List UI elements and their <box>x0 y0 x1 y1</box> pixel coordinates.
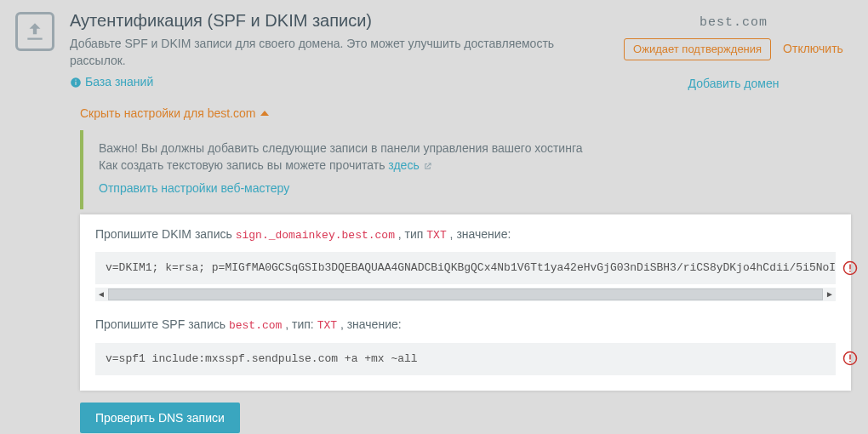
dkim-value[interactable]: v=DKIM1; k=rsa; p=MIGfMA0GCSqGSIb3DQEBAQ… <box>95 252 836 284</box>
disable-link[interactable]: Отключить <box>783 41 843 58</box>
kb-link-label: База знаний <box>85 74 153 91</box>
scroll-right-icon[interactable]: ► <box>824 288 836 300</box>
svg-rect-1 <box>75 82 76 85</box>
page-title: Аутентификация (SPF и DKIM записи) <box>70 9 599 32</box>
external-link-icon <box>423 162 432 171</box>
dkim-record-name: sign._domainkey.best.com <box>236 229 395 242</box>
notice-here-link[interactable]: здесь <box>388 158 419 172</box>
spf-record-type: TXT <box>317 319 337 332</box>
records-card: Пропишите DKIM запись sign._domainkey.be… <box>80 214 851 391</box>
toggle-settings-link[interactable]: Скрыть настройки для best.com <box>80 106 255 123</box>
warning-icon <box>842 351 858 366</box>
svg-rect-5 <box>849 271 851 272</box>
upload-icon <box>15 12 54 51</box>
scroll-left-icon[interactable]: ◄ <box>95 288 107 300</box>
check-dns-button[interactable]: Проверить DNS записи <box>80 403 240 433</box>
dkim-label-prefix: Пропишите DKIM запись <box>95 227 236 241</box>
dkim-label-suffix: , значение: <box>450 227 511 241</box>
spf-value[interactable]: v=spf1 include:mxsspf.sendpulse.com +a +… <box>95 343 836 375</box>
dkim-label-mid: , тип <box>398 227 426 241</box>
spf-record-name: best.com <box>229 319 282 332</box>
page-subtitle: Добавьте SPF и DKIM записи для своего до… <box>70 36 599 69</box>
notice-line1: Важно! Вы должны добавить следующие запи… <box>99 140 836 157</box>
domain-name: best.com <box>614 14 853 31</box>
chevron-up-icon <box>260 111 269 116</box>
svg-rect-8 <box>849 361 851 363</box>
spf-label-prefix: Пропишите SPF запись <box>95 317 229 331</box>
kb-link[interactable]: База знаний <box>70 74 153 91</box>
svg-rect-4 <box>849 264 851 269</box>
notice-line2-prefix: Как создать текстовую запись вы можете п… <box>99 158 388 172</box>
warning-icon <box>842 260 858 276</box>
notice-block: Важно! Вы должны добавить следующие запи… <box>80 130 851 209</box>
scroll-track[interactable] <box>108 288 823 300</box>
add-domain-link[interactable]: Добавить домен <box>688 77 779 90</box>
toggle-settings-label: Скрыть настройки для best.com <box>80 106 255 120</box>
svg-rect-7 <box>849 355 851 360</box>
svg-rect-2 <box>75 79 76 80</box>
dkim-record-type: TXT <box>426 229 446 242</box>
spf-label-suffix: , значение: <box>340 317 402 331</box>
send-to-webmaster-link[interactable]: Отправить настройки веб-мастеру <box>99 181 289 195</box>
status-badge: Ожидает подтверждения <box>624 38 771 60</box>
dkim-scrollbar[interactable]: ◄ ► <box>95 288 836 301</box>
info-icon <box>70 77 82 89</box>
spf-label-mid: , тип: <box>285 317 317 331</box>
